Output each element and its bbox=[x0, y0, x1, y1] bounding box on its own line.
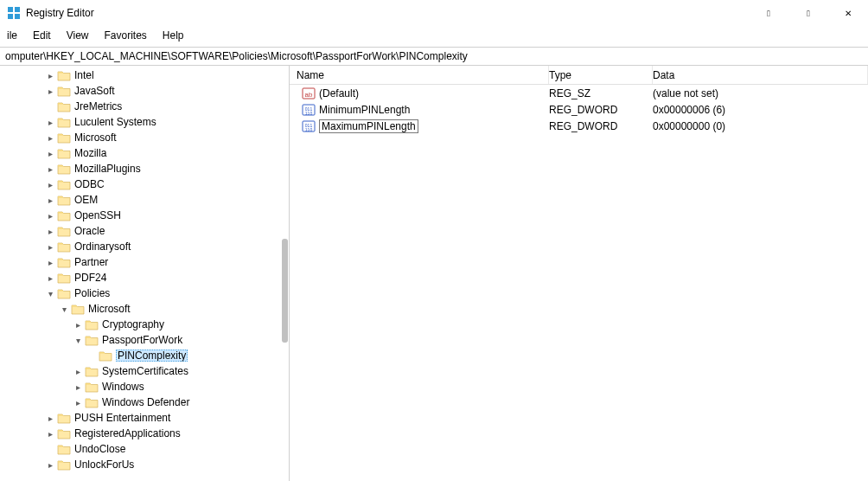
chevron-right-icon[interactable]: ▸ bbox=[45, 258, 55, 267]
folder-icon bbox=[57, 116, 71, 128]
list-row[interactable]: MinimumPINLengthREG_DWORD0x00000006 (6) bbox=[290, 101, 868, 118]
tree-item[interactable]: ▸OpenSSH bbox=[3, 208, 289, 223]
menu-help[interactable]: Help bbox=[156, 28, 191, 43]
list-header: Name Type Data bbox=[290, 66, 868, 85]
chevron-down-icon[interactable]: ▾ bbox=[45, 289, 55, 298]
tree-item[interactable]: PINComplexity bbox=[3, 348, 289, 363]
column-header-type[interactable]: Type bbox=[549, 66, 653, 84]
menu-view[interactable]: View bbox=[60, 28, 96, 43]
tree-item[interactable]: ▸Ordinarysoft bbox=[3, 239, 289, 254]
column-header-data[interactable]: Data bbox=[653, 66, 868, 84]
tree-item[interactable]: ▸JavaSoft bbox=[3, 83, 289, 99]
value-name: (Default) bbox=[319, 87, 359, 99]
close-button[interactable]: ✕ bbox=[828, 0, 868, 26]
tree-item[interactable]: UndoClose bbox=[3, 441, 289, 457]
tree-item[interactable]: ▾Microsoft bbox=[3, 301, 289, 317]
tree-item[interactable]: ▸Microsoft bbox=[3, 130, 289, 145]
tree-item-label: JavaSoft bbox=[74, 85, 115, 97]
chevron-right-icon[interactable]: ▸ bbox=[73, 382, 83, 392]
regedit-icon bbox=[7, 6, 21, 20]
chevron-right-icon[interactable]: ▸ bbox=[45, 211, 55, 221]
tree-item-label: UndoClose bbox=[74, 443, 125, 455]
value-name[interactable]: MaximumPINLength bbox=[319, 119, 418, 133]
tree-pane[interactable]: ▸Intel▸JavaSoftJreMetrics▸Luculent Syste… bbox=[0, 66, 290, 481]
chevron-right-icon[interactable]: ▸ bbox=[45, 87, 55, 96]
tree-item[interactable]: ▾PassportForWork bbox=[3, 332, 289, 348]
chevron-right-icon[interactable]: ▸ bbox=[73, 320, 83, 330]
chevron-right-icon[interactable]: ▸ bbox=[45, 180, 55, 189]
folder-icon bbox=[57, 459, 71, 471]
chevron-down-icon[interactable]: ▾ bbox=[73, 336, 83, 345]
value-data: 0x00000000 (0) bbox=[653, 120, 868, 132]
tree-item-label: Luculent Systems bbox=[74, 116, 156, 128]
tree-item-label: ODBC bbox=[74, 178, 105, 190]
tree-item-label: Windows bbox=[102, 381, 144, 393]
chevron-right-icon[interactable]: ▸ bbox=[45, 242, 55, 252]
tree-item[interactable]: ▸MozillaPlugins bbox=[3, 161, 289, 176]
chevron-right-icon[interactable]: ▸ bbox=[45, 118, 55, 127]
tree-item[interactable]: ▸Partner bbox=[3, 254, 289, 270]
chevron-right-icon[interactable]: ▸ bbox=[45, 429, 55, 439]
tree-item-label: Partner bbox=[74, 256, 108, 268]
list-row[interactable]: (Default)REG_SZ(value not set) bbox=[290, 85, 868, 101]
tree-item[interactable]: ▸Luculent Systems bbox=[3, 114, 289, 130]
folder-icon bbox=[57, 69, 71, 81]
folder-icon bbox=[99, 350, 112, 362]
value-data: (value not set) bbox=[653, 87, 868, 99]
tree-item[interactable]: ▸Mozilla bbox=[3, 145, 289, 161]
folder-icon bbox=[57, 147, 71, 159]
tree-item[interactable]: JreMetrics bbox=[3, 99, 289, 114]
menu-file[interactable]: ile bbox=[0, 28, 24, 43]
chevron-right-icon[interactable]: ▸ bbox=[45, 133, 55, 143]
menu-edit[interactable]: Edit bbox=[26, 28, 58, 43]
tree-item[interactable]: ▸RegisteredApplications bbox=[3, 426, 289, 441]
menu-favorites[interactable]: Favorites bbox=[98, 28, 154, 43]
tree-item[interactable]: ▸OEM bbox=[3, 192, 289, 208]
scrollbar-thumb[interactable] bbox=[282, 239, 288, 343]
tree-item[interactable]: ▾Policies bbox=[3, 285, 289, 301]
tree-item[interactable]: ▸Cryptography bbox=[3, 317, 289, 332]
folder-icon bbox=[57, 209, 71, 221]
chevron-right-icon[interactable]: ▸ bbox=[45, 164, 55, 174]
chevron-right-icon[interactable]: ▸ bbox=[73, 367, 83, 376]
tree-item[interactable]: ▸SystemCertificates bbox=[3, 363, 289, 379]
tree-item[interactable]: ▸Intel bbox=[3, 67, 289, 83]
folder-icon bbox=[85, 396, 99, 408]
tree-item[interactable]: ▸Windows bbox=[3, 379, 289, 394]
chevron-right-icon[interactable]: ▸ bbox=[45, 71, 55, 80]
column-header-name[interactable]: Name bbox=[290, 66, 549, 84]
maximize-button[interactable]:  bbox=[788, 0, 828, 26]
tree-item[interactable]: ▸PUSH Entertainment bbox=[3, 410, 289, 426]
tree-item-label: Oracle bbox=[74, 225, 105, 237]
address-bar[interactable]: omputer\HKEY_LOCAL_MACHINE\SOFTWARE\Poli… bbox=[0, 48, 868, 66]
tree-item-label: Microsoft bbox=[88, 303, 131, 315]
tree-item[interactable]: ▸ODBC bbox=[3, 176, 289, 192]
chevron-right-icon[interactable]: ▸ bbox=[45, 227, 55, 236]
list-pane[interactable]: Name Type Data (Default)REG_SZ(value not… bbox=[290, 66, 868, 481]
folder-icon bbox=[85, 365, 99, 377]
folder-icon bbox=[57, 131, 71, 144]
chevron-down-icon[interactable]: ▾ bbox=[59, 305, 69, 314]
list-row[interactable]: MaximumPINLengthREG_DWORD0x00000000 (0) bbox=[290, 118, 868, 134]
tree-item[interactable]: ▸UnlockForUs bbox=[3, 457, 289, 472]
chevron-right-icon[interactable]: ▸ bbox=[45, 196, 55, 205]
tree-item-label: UnlockForUs bbox=[74, 459, 134, 471]
tree-item[interactable]: ▸PDF24 bbox=[3, 270, 289, 285]
folder-icon bbox=[57, 412, 71, 424]
folder-icon bbox=[57, 427, 71, 439]
tree-item-label: OEM bbox=[74, 194, 98, 206]
minimize-button[interactable]:  bbox=[749, 0, 788, 26]
folder-icon bbox=[57, 100, 71, 112]
tree-item[interactable]: ▸Windows Defender bbox=[3, 394, 289, 410]
folder-icon bbox=[57, 256, 71, 268]
tree-item[interactable]: ▸Oracle bbox=[3, 223, 289, 239]
chevron-right-icon[interactable]: ▸ bbox=[45, 149, 55, 158]
chevron-right-icon[interactable]: ▸ bbox=[45, 414, 55, 423]
chevron-right-icon[interactable]: ▸ bbox=[45, 273, 55, 283]
tree-item-label: PUSH Entertainment bbox=[74, 412, 170, 424]
chevron-right-icon[interactable]: ▸ bbox=[45, 460, 55, 470]
folder-icon bbox=[85, 318, 99, 330]
binary-value-icon bbox=[302, 119, 316, 133]
chevron-right-icon[interactable]: ▸ bbox=[73, 398, 83, 407]
folder-icon bbox=[57, 443, 71, 455]
